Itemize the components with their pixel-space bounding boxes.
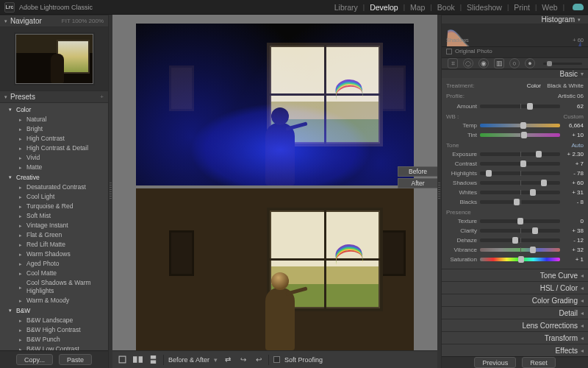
- module-library[interactable]: Library: [334, 3, 358, 12]
- preset-item[interactable]: B&W Low Contrast: [0, 344, 108, 350]
- saturation-slider[interactable]: [480, 258, 560, 261]
- preset-item[interactable]: B&W High Contrast: [0, 325, 108, 335]
- dehaze-slider[interactable]: [480, 238, 560, 242]
- exposure-value[interactable]: + 2.30: [563, 151, 584, 158]
- highlights-slider[interactable]: [480, 171, 560, 175]
- tone-auto[interactable]: Auto: [572, 142, 584, 149]
- mask-amount-slider[interactable]: [543, 63, 582, 65]
- navigator-header[interactable]: ▾ Navigator FIT 100% 200%: [0, 15, 108, 27]
- tint-value[interactable]: + 10: [563, 132, 584, 138]
- shadows-value[interactable]: + 60: [563, 180, 584, 186]
- saturation-value[interactable]: + 1: [563, 256, 584, 263]
- texture-slider[interactable]: [480, 219, 560, 223]
- after-image[interactable]: [136, 188, 414, 350]
- preset-group[interactable]: B&W: [0, 305, 108, 316]
- texture-value[interactable]: 0: [563, 218, 584, 224]
- navigator-zoom[interactable]: FIT 100% 200%: [62, 18, 104, 24]
- histogram-header[interactable]: Histogram ▾: [442, 15, 588, 24]
- collapsed-section-header[interactable]: Detail◂: [442, 306, 588, 319]
- preset-item[interactable]: Soft Mist: [0, 211, 108, 221]
- preset-item[interactable]: High Contrast: [0, 134, 108, 144]
- preset-item[interactable]: Flat & Green: [0, 230, 108, 240]
- whites-value[interactable]: + 31: [563, 189, 584, 196]
- dehaze-value[interactable]: - 12: [563, 237, 584, 244]
- blacks-value[interactable]: - 8: [563, 199, 584, 205]
- preset-item[interactable]: Cool Matte: [0, 269, 108, 278]
- paste-button[interactable]: Paste: [59, 354, 92, 365]
- module-develop[interactable]: Develop: [370, 3, 398, 12]
- navigator-preview[interactable]: [0, 27, 108, 91]
- preset-item[interactable]: Red Lift Matte: [0, 240, 108, 250]
- preset-item[interactable]: Vintage Instant: [0, 221, 108, 230]
- collapsed-section-header[interactable]: Transform◂: [442, 331, 588, 344]
- soft-proofing-checkbox[interactable]: [273, 356, 280, 363]
- collapsed-section-header[interactable]: Color Grading◂: [442, 294, 588, 306]
- copy-after-icon[interactable]: ↩: [253, 355, 264, 364]
- compare-view-icon[interactable]: [132, 355, 143, 364]
- swap-icon[interactable]: ⇄: [222, 355, 233, 364]
- compare-stacked-icon[interactable]: [148, 355, 159, 364]
- basic-header[interactable]: Basic ▾: [442, 69, 588, 78]
- preset-item[interactable]: Warm & Moody: [0, 296, 108, 305]
- whites-slider[interactable]: [480, 191, 560, 194]
- collapsed-section-header[interactable]: HSL / Color◂: [442, 281, 588, 294]
- blacks-slider[interactable]: [480, 200, 560, 204]
- module-web[interactable]: Web: [542, 3, 557, 12]
- crop-tool-icon[interactable]: ⌗: [448, 58, 458, 68]
- collapsed-section-header[interactable]: Effects◂: [442, 344, 588, 356]
- before-image[interactable]: [136, 24, 414, 185]
- treatment-bw[interactable]: Black & White: [547, 82, 584, 89]
- contrast-value[interactable]: + 7: [563, 160, 584, 167]
- redeye-tool-icon[interactable]: ◉: [478, 58, 489, 68]
- preset-item[interactable]: Vivid: [0, 153, 108, 163]
- previous-button[interactable]: Previous: [474, 357, 516, 368]
- amount-slider[interactable]: [480, 105, 560, 108]
- add-preset-icon[interactable]: +: [100, 93, 104, 100]
- radial-filter-icon[interactable]: ○: [509, 58, 520, 68]
- preset-item[interactable]: B&W Punch: [0, 335, 108, 344]
- temp-slider[interactable]: [480, 124, 560, 127]
- clarity-slider[interactable]: [480, 229, 560, 233]
- cloud-sync-icon[interactable]: [573, 4, 584, 10]
- highlights-value[interactable]: - 78: [563, 170, 584, 177]
- vibrance-slider[interactable]: [480, 248, 560, 252]
- collapsed-section-header[interactable]: Tone Curve◂: [442, 269, 588, 281]
- module-slideshow[interactable]: Slideshow: [467, 3, 502, 12]
- copy-button[interactable]: Copy...: [16, 354, 53, 365]
- toolbar-mode-label[interactable]: Before & After: [168, 356, 209, 364]
- amount-value[interactable]: 62: [563, 103, 584, 110]
- module-book[interactable]: Book: [437, 3, 455, 12]
- loupe-view-icon[interactable]: [117, 355, 128, 364]
- tint-slider[interactable]: [480, 133, 560, 137]
- preset-item[interactable]: Cool Light: [0, 192, 108, 202]
- preset-item[interactable]: Aged Photo: [0, 259, 108, 269]
- preset-item[interactable]: Turquoise & Red: [0, 202, 108, 211]
- treatment-color[interactable]: Color: [527, 82, 541, 89]
- copy-before-icon[interactable]: ↪: [237, 355, 248, 364]
- brush-tool-icon[interactable]: ●: [525, 58, 535, 68]
- shadows-slider[interactable]: [480, 181, 560, 185]
- presets-header[interactable]: ▾ Presets +: [0, 91, 108, 103]
- preset-item[interactable]: High Contrast & Detail: [0, 144, 108, 153]
- collapsed-section-header[interactable]: Lens Corrections◂: [442, 319, 588, 331]
- preset-item[interactable]: Warm Shadows: [0, 250, 108, 259]
- preset-item[interactable]: Desaturated Contrast: [0, 183, 108, 192]
- temp-value[interactable]: 6,664: [563, 122, 584, 129]
- preset-item[interactable]: B&W Landscape: [0, 316, 108, 325]
- preset-group[interactable]: Color: [0, 105, 108, 115]
- vibrance-value[interactable]: + 32: [563, 247, 584, 253]
- wb-mode[interactable]: Custom: [563, 113, 584, 120]
- right-panel-grip[interactable]: [437, 15, 441, 368]
- profile-name[interactable]: Artistic 06: [558, 93, 584, 99]
- preset-item[interactable]: Cool Shadows & Warm Highlights: [0, 278, 108, 296]
- clarity-value[interactable]: + 38: [563, 227, 584, 234]
- reset-button[interactable]: Reset: [522, 357, 556, 368]
- original-photo-checkbox[interactable]: [446, 49, 452, 54]
- module-map[interactable]: Map: [410, 3, 425, 12]
- module-print[interactable]: Print: [514, 3, 530, 12]
- preset-item[interactable]: Bright: [0, 124, 108, 134]
- exposure-slider[interactable]: [480, 152, 560, 156]
- preset-group[interactable]: Creative: [0, 172, 108, 183]
- spot-removal-icon[interactable]: ◌: [463, 58, 473, 68]
- preset-item[interactable]: Matte: [0, 163, 108, 172]
